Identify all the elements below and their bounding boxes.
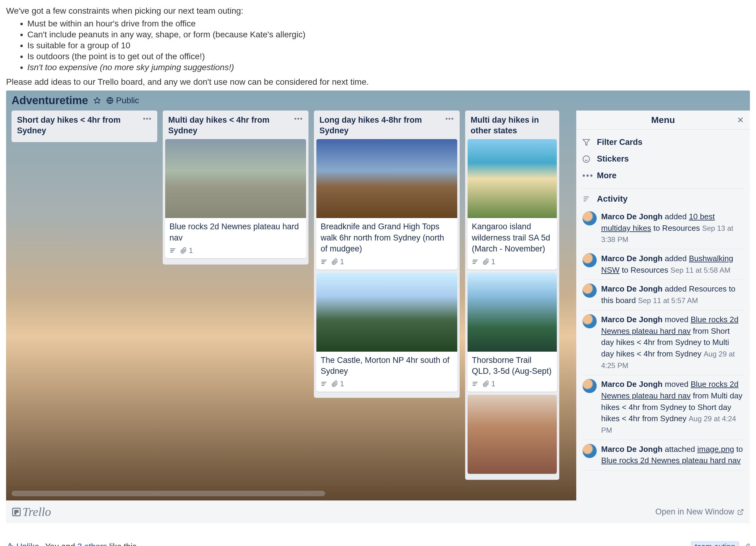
activity-author: Marco De Jongh [601,212,662,221]
activity-link[interactable]: Blue rocks 2d Newnes plateau hard nav [601,456,741,465]
trello-logo: Trello [12,505,51,519]
activity-author: Marco De Jongh [601,315,662,324]
card-title: Breadknife and Grand High Tops walk 6hr … [316,218,457,257]
activity-timestamp: Sep 11 at 5:57 AM [638,296,698,305]
menu-item-label: More [597,171,617,180]
menu-item-label: Filter Cards [597,138,642,147]
board-title: Adventuretime [12,94,88,107]
visibility-toggle[interactable]: Public [106,96,139,105]
visibility-label: Public [116,96,139,105]
filter-icon [582,138,591,146]
list: Long day hikes 4-8hr from Sydney•••Bread… [314,111,460,398]
avatar [582,211,597,226]
activity-item: Marco De Jongh moved Blue rocks 2d Newne… [582,310,744,375]
card[interactable]: Thorsborne Trail QLD, 3-5d (Aug-Sept) 1 [468,273,557,392]
trello-logo-icon [12,508,21,516]
thumbs-up-icon [6,543,14,546]
activity-timestamp: Sep 11 at 5:58 AM [670,266,730,274]
description-icon [321,380,327,387]
menu-panel: Menu ✕ Filter CardsStickers•••More Activ… [576,111,750,500]
list-menu-icon[interactable]: ••• [143,115,152,123]
likes-text: You and 3 others like this [45,542,137,546]
intro-lead: We've got a few constraints when picking… [6,6,750,16]
svg-marker-17 [583,139,590,145]
open-new-window-link[interactable]: Open in New Window [655,507,744,517]
star-icon[interactable] [94,97,101,104]
attachment-badge: 1 [332,380,344,388]
lists-container[interactable]: Short day hikes < 4hr from Sydney•••Mult… [6,111,576,488]
activity-item: Marco De Jongh added 10 best multiday hi… [582,207,744,249]
svg-marker-0 [94,97,100,103]
constraint-item: Is outdoors (the point is to get out of … [27,52,750,61]
others-link[interactable]: 3 others [77,542,107,546]
description-icon [169,247,176,254]
more-icon: ••• [582,171,591,180]
list: Multi day hikes in other statesKangaroo … [465,111,559,480]
card-title: The Castle, Morton NP 4hr south of Sydne… [316,352,457,380]
trello-embed: Adventuretime Public Short day hikes < 4… [6,90,750,523]
external-link-icon [737,509,744,515]
card-badges: 1 [316,258,457,270]
activity-item: Marco De Jongh added Resources to this b… [582,280,744,310]
card-title: Kangaroo island wilderness trail SA 5d (… [468,218,557,257]
board-header: Adventuretime Public [6,90,750,111]
list-title: Multi day hikes < 4hr from Sydney [168,115,294,136]
card-cover [468,139,557,218]
activity-author: Marco De Jongh [601,284,662,293]
card-title: Blue rocks 2d Newnes plateau hard nav [165,218,306,246]
svg-point-18 [583,156,590,162]
menu-item-filter-cards[interactable]: Filter Cards [582,134,744,151]
card-badges: 1 [165,246,306,258]
card-badges: 1 [468,380,557,392]
constraint-item: Can't include peanuts in any way, shape,… [27,30,750,39]
attachment-badge: 1 [332,258,344,266]
avatar [582,314,597,329]
tag-pill[interactable]: team-outing [691,541,739,546]
attachment-badge: 1 [180,246,193,255]
attachment-badge: 1 [483,258,495,266]
unlike-button[interactable]: Unlike [6,542,39,546]
card-badges: 1 [316,380,457,392]
activity-item: Marco De Jongh added Bushwalking NSW to … [582,249,744,280]
constraint-item: Isn't too expensive (no more sky jumping… [27,63,750,72]
description-icon [472,258,478,265]
card[interactable] [468,395,557,474]
list-title: Short day hikes < 4hr from Sydney [17,115,143,136]
card-cover [468,395,557,474]
svg-line-24 [740,509,743,512]
activity-author: Marco De Jongh [601,445,662,454]
activity-author: Marco De Jongh [601,380,662,389]
card[interactable]: Blue rocks 2d Newnes plateau hard nav 1 [165,139,306,258]
card[interactable]: The Castle, Morton NP 4hr south of Sydne… [316,273,457,392]
embed-footer: Trello Open in New Window [6,500,750,523]
card-cover [316,273,457,352]
constraint-item: Is suitable for a group of 10 [27,41,750,50]
edit-tags-icon[interactable] [743,543,750,546]
card[interactable]: Kangaroo island wilderness trail SA 5d (… [468,139,557,269]
activity-icon [582,195,591,203]
menu-item-more[interactable]: •••More [582,167,744,184]
page-footer: Unlike You and 3 others like this team-o… [6,541,750,546]
activity-item: Marco De Jongh moved Blue rocks 2d Newne… [582,375,744,440]
intro-cta: Please add ideas to our Trello board, an… [6,77,750,87]
avatar [582,444,597,458]
list: Short day hikes < 4hr from Sydney••• [12,111,157,142]
globe-icon [106,97,114,104]
activity-author: Marco De Jongh [601,254,662,263]
avatar [582,283,597,298]
card-cover [165,139,306,218]
activity-link[interactable]: image.png [697,445,734,454]
activity-item: Marco De Jongh attached image.png to Blu… [582,440,744,470]
card-cover [316,139,457,218]
horizontal-scrollbar[interactable] [12,491,325,496]
list-menu-icon[interactable]: ••• [445,115,454,123]
close-icon[interactable]: ✕ [737,115,744,125]
card-badges: 1 [468,258,557,270]
card-title: Thorsborne Trail QLD, 3-5d (Aug-Sept) [468,352,557,380]
list-menu-icon[interactable]: ••• [294,115,303,123]
card-cover [468,273,557,352]
menu-item-stickers[interactable]: Stickers [582,151,744,167]
card[interactable]: Breadknife and Grand High Tops walk 6hr … [316,139,457,269]
avatar [582,379,597,393]
attachment-badge: 1 [483,380,495,388]
